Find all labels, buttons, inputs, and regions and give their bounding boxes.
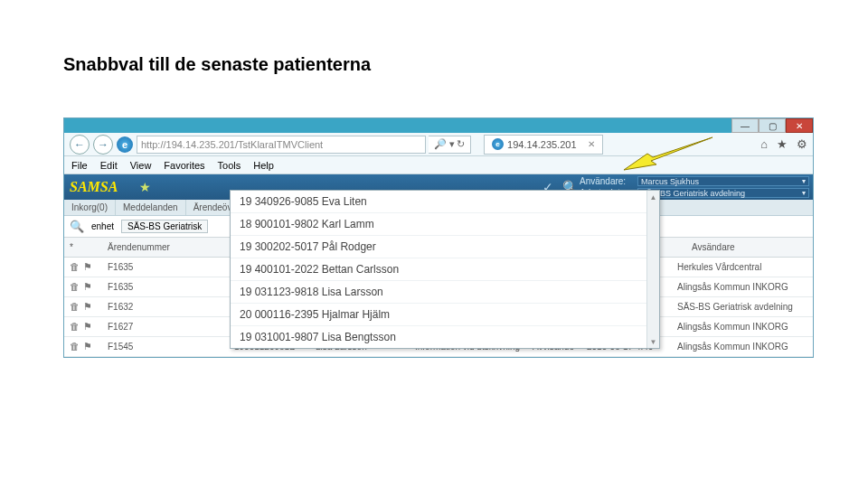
trash-icon[interactable]: 🗑 [70,301,80,313]
window-titlebar: — ▢ ✕ [64,118,813,133]
search-icon[interactable]: 🔎 ▾ [434,138,455,150]
col-arendenummer[interactable]: Ärendenummer [102,242,229,252]
tab-close-icon[interactable]: ✕ [588,139,595,149]
cell-arendenummer: F1545 [102,342,229,352]
address-bar: ← → e http://194.14.235.201/TstKlaraITMV… [64,133,813,156]
cell-avsandare: Alingsås Kommun INKORG [672,322,798,332]
flag-icon[interactable]: ⚑ [83,321,92,333]
dropdown-scrollbar[interactable]: ▲ ▼ [646,191,659,348]
browser-tab[interactable]: e 194.14.235.201 ✕ [484,135,602,155]
col-actions: * [64,242,102,252]
recent-patient-item[interactable]: 19 031123-9818 Lisa Larsson [231,281,659,304]
cell-avsandare: Herkules Vårdcentral [672,262,798,272]
flag-icon[interactable]: ⚑ [83,261,92,273]
user-label: Användare: [580,176,634,186]
workplace-select[interactable]: SÄS-BS Geriatrisk avdelning▾ [637,188,809,198]
tab-favicon-icon: e [492,138,504,150]
cell-arendenummer: F1627 [102,322,229,332]
forward-button[interactable]: → [93,135,113,155]
home-icon[interactable]: ⌂ [760,137,768,151]
browser-window: — ▢ ✕ ← → e http://194.14.235.201/TstKla… [63,117,814,358]
filter-enhet-label: enhet [91,221,114,231]
tab-meddelanden[interactable]: Meddelanden [116,200,186,215]
cell-avsandare: Alingsås Kommun INKORG [672,342,798,352]
tab-inkorg[interactable]: Inkorg(0) [64,200,116,215]
menu-view[interactable]: View [130,160,152,171]
filter-search-icon[interactable]: 🔍 [70,220,84,233]
chevron-down-icon: ▾ [802,189,806,197]
flag-icon[interactable]: ⚑ [83,281,92,293]
recent-patient-item[interactable]: 19 300202-5017 Pål Rodger [231,236,659,258]
trash-icon[interactable]: 🗑 [70,281,80,293]
reload-icon[interactable]: ↻ [457,138,465,150]
filter-enhet-select[interactable]: SÄS-BS Geriatrisk [121,220,208,233]
menu-tools[interactable]: Tools [218,160,241,171]
cell-arendenummer: F1632 [102,302,229,312]
maximize-button[interactable]: ▢ [759,118,786,133]
cell-avsandare: SÄS-BS Geriatrisk avdelning [672,302,798,312]
ie-logo-icon: e [117,136,133,153]
trash-icon[interactable]: 🗑 [70,341,80,352]
slide-title: Snabbval till de senaste patienterna [63,54,371,75]
scroll-down-icon[interactable]: ▼ [647,335,659,348]
app-content: SAMSA ★ ✓ 🔍 Användare: Marcus Sjukhus▾ A… [64,174,813,357]
recent-patient-item[interactable]: 20 000116-2395 Hjalmar Hjälm [231,304,659,326]
col-avsandare[interactable]: Avsändare [686,242,813,252]
favorite-star-icon[interactable]: ★ [139,180,151,194]
favorites-icon[interactable]: ★ [777,137,788,151]
browser-system-icons: ⌂ ★ ⚙ [760,137,807,151]
tab-label: 194.14.235.201 [507,139,576,150]
cell-avsandare: Alingsås Kommun INKORG [672,282,798,292]
cell-arendenummer: F1635 [102,262,229,272]
trash-icon[interactable]: 🗑 [70,261,80,273]
menu-help[interactable]: Help [253,160,274,171]
brand-logo: SAMSA [70,179,134,195]
back-button[interactable]: ← [70,135,90,155]
minimize-button[interactable]: — [731,118,759,133]
recent-patient-item[interactable]: 19 031001-9807 Lisa Bengtsson [231,326,659,348]
recent-patient-item[interactable]: 18 900101-9802 Karl Lamm [231,213,659,236]
flag-icon[interactable]: ⚑ [83,341,92,352]
trash-icon[interactable]: 🗑 [70,321,80,333]
recent-patient-item[interactable]: 19 400101-2022 Bettan Carlsson [231,258,659,281]
menu-file[interactable]: File [71,160,88,171]
recent-patients-dropdown[interactable]: 19 340926-9085 Eva Liten18 900101-9802 K… [230,190,660,349]
close-button[interactable]: ✕ [786,118,813,133]
menu-edit[interactable]: Edit [100,160,118,171]
cell-arendenummer: F1635 [102,282,229,292]
scroll-up-icon[interactable]: ▲ [647,191,659,203]
chevron-down-icon: ▾ [802,177,806,185]
settings-icon[interactable]: ⚙ [797,137,807,151]
user-select[interactable]: Marcus Sjukhus▾ [637,176,809,186]
flag-icon[interactable]: ⚑ [83,301,92,313]
menu-favorites[interactable]: Favorites [164,160,204,171]
recent-patient-item[interactable]: 19 340926-9085 Eva Liten [231,191,659,213]
url-input[interactable]: http://194.14.235.201/TstKlaraITMVClient [137,136,426,154]
search-reload-group[interactable]: 🔎 ▾ ↻ [429,136,471,154]
browser-menubar: File Edit View Favorites Tools Help [64,156,813,174]
